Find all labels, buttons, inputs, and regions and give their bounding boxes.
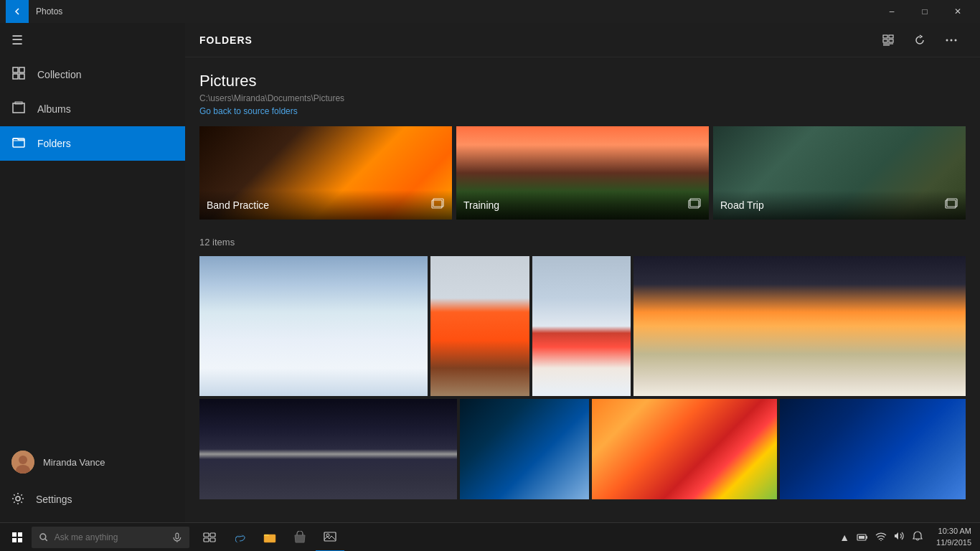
photo-sunset-snow[interactable]	[633, 256, 966, 396]
svg-rect-12	[889, 35, 893, 38]
folder-stack-icon	[430, 196, 445, 214]
svg-point-19	[955, 39, 957, 41]
photo-night-cabin-bg	[199, 399, 457, 499]
user-name: Miranda Vance	[43, 457, 105, 468]
taskbar: ▲	[0, 522, 980, 551]
system-clock[interactable]: 10:30 AM 11/9/2015	[930, 526, 977, 548]
svg-point-39	[326, 534, 329, 537]
search-box[interactable]	[32, 527, 189, 548]
content-header: FOLDERS	[185, 23, 980, 57]
source-folders-link[interactable]: Go back to source folders	[199, 106, 966, 116]
explorer-button[interactable]	[255, 523, 284, 552]
folder-tile-label: Training	[456, 190, 709, 220]
settings-icon	[11, 492, 24, 507]
svg-point-17	[946, 39, 948, 41]
avatar	[11, 451, 34, 474]
svg-rect-4	[13, 103, 24, 113]
battery-icon	[854, 532, 870, 543]
start-button[interactable]	[3, 523, 32, 552]
folder-tile-training[interactable]: Training	[456, 126, 709, 220]
svg-point-10	[16, 496, 20, 501]
photo-snowy-road-bg	[199, 256, 428, 396]
svg-point-18	[951, 39, 953, 41]
folder-tile-band-practice[interactable]: Band Practice	[199, 126, 452, 220]
folder-name-training: Training	[463, 199, 499, 211]
microphone-icon	[172, 532, 182, 542]
minimize-button[interactable]: –	[875, 0, 908, 23]
store-button[interactable]	[286, 523, 314, 552]
view-toggle-button[interactable]	[874, 27, 903, 53]
photos-button[interactable]	[316, 523, 344, 552]
folder-stack-icon	[687, 196, 702, 214]
collection-icon	[11, 67, 26, 83]
svg-rect-28	[12, 538, 17, 542]
albums-icon	[11, 101, 26, 117]
folder-stack-icon	[944, 196, 958, 214]
pictures-path: C:\users\Miranda\Documents\Pictures	[199, 93, 966, 103]
app-title: Photos	[36, 6, 875, 17]
search-input[interactable]	[55, 532, 167, 542]
notifications-icon[interactable]	[910, 531, 925, 543]
svg-point-30	[40, 534, 46, 540]
more-options-button[interactable]	[937, 27, 966, 53]
photo-blue-abstract[interactable]	[460, 399, 589, 499]
sidebar-item-albums[interactable]: Albums	[0, 92, 185, 126]
content-area: FOLDERS	[185, 23, 980, 522]
photo-snowy-road[interactable]	[199, 256, 428, 396]
header-actions	[874, 27, 966, 53]
svg-rect-0	[13, 67, 18, 72]
folder-tile-road-trip[interactable]: Road Trip	[713, 126, 966, 220]
photo-kid-ski-bg	[532, 256, 631, 396]
albums-label: Albums	[37, 103, 71, 115]
task-view-button[interactable]	[195, 523, 224, 552]
svg-rect-33	[204, 533, 209, 537]
window-controls: – □ ✕	[875, 0, 974, 23]
svg-rect-34	[210, 533, 215, 537]
svg-rect-35	[204, 538, 209, 542]
photo-grid-row-2	[199, 399, 966, 499]
photo-grid-row-1	[199, 256, 966, 396]
photo-kid-ski[interactable]	[532, 256, 631, 396]
photo-kid-orange[interactable]	[430, 256, 529, 396]
svg-rect-13	[883, 39, 887, 42]
title-bar: Photos – □ ✕	[0, 0, 980, 23]
show-hidden-icons[interactable]: ▲	[837, 532, 852, 543]
photo-night-cabin[interactable]	[199, 399, 457, 499]
settings-item[interactable]: Settings	[0, 482, 185, 517]
sidebar-item-folders[interactable]: Folders	[0, 126, 185, 161]
user-profile[interactable]: Miranda Vance	[0, 442, 185, 482]
svg-rect-36	[210, 538, 215, 542]
system-tray: ▲	[831, 531, 930, 543]
photo-underwater-bg	[780, 399, 966, 499]
back-button[interactable]	[6, 0, 29, 23]
folder-tile-label: Road Trip	[713, 190, 966, 220]
volume-icon	[892, 531, 908, 543]
folder-name-band-practice: Band Practice	[207, 199, 269, 211]
clock-time: 10:30 AM	[936, 526, 971, 537]
items-count: 12 items	[199, 237, 966, 248]
svg-rect-2	[13, 74, 18, 79]
sidebar-footer: Miranda Vance Settings	[0, 442, 185, 522]
close-button[interactable]: ✕	[941, 0, 974, 23]
folders-label: Folders	[37, 138, 71, 149]
sidebar-item-collection[interactable]: Collection	[0, 57, 185, 92]
sidebar-nav: Collection Albums	[0, 57, 185, 442]
svg-point-43	[880, 540, 882, 541]
taskbar-apps	[195, 523, 344, 552]
folder-tile-label: Band Practice	[199, 190, 452, 220]
refresh-button[interactable]	[905, 27, 934, 53]
svg-rect-1	[19, 67, 24, 72]
edge-button[interactable]	[225, 523, 254, 552]
collection-label: Collection	[37, 69, 81, 80]
pictures-section: Pictures C:\users\Miranda\Documents\Pict…	[199, 72, 966, 499]
svg-rect-14	[889, 39, 893, 42]
network-icon	[873, 532, 889, 543]
folder-name-road-trip: Road Trip	[720, 199, 764, 211]
settings-label: Settings	[36, 494, 72, 505]
sidebar-toggle[interactable]: ☰	[0, 23, 185, 57]
sidebar: ☰ Collection	[0, 23, 185, 522]
photo-underwater[interactable]	[780, 399, 966, 499]
maximize-button[interactable]: □	[908, 0, 941, 23]
svg-point-8	[19, 456, 27, 464]
photo-fruit[interactable]	[592, 399, 778, 499]
